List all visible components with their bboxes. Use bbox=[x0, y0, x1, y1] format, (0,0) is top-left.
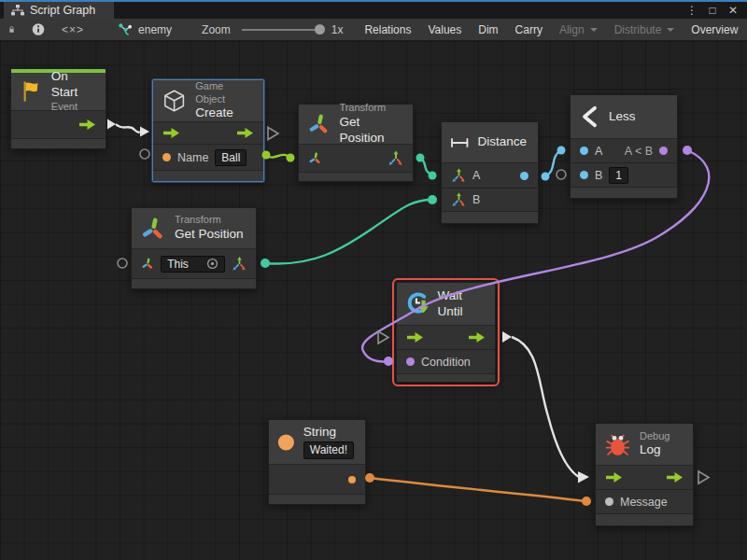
node-title: Create bbox=[195, 105, 252, 121]
tab-title: Script Graph bbox=[30, 4, 95, 17]
zoom-control: Zoom 1x bbox=[202, 19, 343, 40]
zoom-slider-handle[interactable] bbox=[315, 24, 325, 35]
connection-get-position-self-to-distance-b[interactable] bbox=[265, 200, 432, 264]
node-category: Debug bbox=[640, 430, 669, 443]
menu-kebab-icon[interactable]: ⋮ bbox=[684, 3, 700, 18]
relations-button[interactable]: Relations bbox=[356, 19, 419, 40]
port-dot-condition-input[interactable] bbox=[406, 357, 415, 366]
object-selector-icon[interactable] bbox=[206, 258, 218, 270]
vector3-output-icon[interactable] bbox=[232, 256, 247, 272]
control-input-arrow-icon[interactable] bbox=[406, 331, 424, 343]
control-output-arrow-icon[interactable] bbox=[666, 471, 684, 483]
node-footer bbox=[269, 495, 365, 504]
string-value-input[interactable]: Waited! bbox=[303, 441, 354, 459]
graph-name: enemy bbox=[138, 23, 172, 36]
node-distance[interactable]: Distance A B bbox=[441, 121, 539, 224]
control-output-arrow-icon[interactable] bbox=[468, 331, 486, 343]
node-title: Get Position bbox=[339, 115, 402, 147]
lock-button[interactable] bbox=[0, 19, 23, 40]
values-button[interactable]: Values bbox=[419, 19, 470, 40]
graph-canvas[interactable]: On Start Event Game Object Create bbox=[0, 41, 747, 560]
close-icon[interactable]: ✕ bbox=[725, 3, 741, 18]
target-object-input[interactable]: This bbox=[161, 256, 225, 273]
control-input-arrow-icon[interactable] bbox=[605, 471, 623, 483]
node-footer bbox=[11, 139, 106, 148]
zoom-label: Zoom bbox=[202, 23, 231, 36]
game-object-output-icon[interactable] bbox=[253, 150, 254, 165]
window-controls: ⋮ □ ✕ bbox=[684, 2, 747, 19]
port-label-b: B bbox=[472, 193, 480, 206]
unconnected-control-port-triangle[interactable] bbox=[268, 128, 278, 140]
info-button[interactable] bbox=[23, 19, 53, 40]
port-label-a: A bbox=[595, 145, 602, 158]
connection-endpoint bbox=[384, 357, 393, 366]
port-label-b: B bbox=[595, 169, 602, 182]
connection-on-start-to-create[interactable] bbox=[116, 124, 140, 133]
node-debug-log[interactable]: Debug Log Message bbox=[595, 423, 694, 526]
node-footer bbox=[299, 173, 413, 181]
string-icon bbox=[277, 431, 295, 454]
node-string-literal[interactable]: String Waited! bbox=[268, 419, 366, 505]
control-output-arrow-icon[interactable] bbox=[78, 119, 96, 131]
port-dot-result-output[interactable] bbox=[520, 172, 529, 180]
node-footer bbox=[596, 514, 693, 525]
unconnected-port-circle[interactable] bbox=[118, 259, 127, 268]
port-dot-message-input[interactable] bbox=[605, 497, 613, 506]
control-input-arrow-icon[interactable] bbox=[162, 127, 180, 139]
port-label-condition: Condition bbox=[421, 356, 471, 369]
unconnected-port-circle[interactable] bbox=[557, 170, 566, 179]
dim-button[interactable]: Dim bbox=[470, 19, 506, 40]
node-get-position-enemy[interactable]: Transform Get Position bbox=[298, 104, 414, 182]
cube-icon bbox=[162, 87, 187, 115]
connection-endpoint bbox=[683, 146, 692, 155]
connection-distance-to-less-a[interactable] bbox=[545, 150, 561, 176]
bug-icon bbox=[604, 431, 631, 458]
zoom-slider[interactable] bbox=[242, 29, 320, 31]
unconnected-control-port-triangle[interactable] bbox=[378, 331, 388, 343]
align-dropdown[interactable]: Align bbox=[551, 19, 606, 40]
port-dot-result-output[interactable] bbox=[659, 147, 668, 155]
port-dot-a-input[interactable] bbox=[580, 147, 588, 155]
node-title: Distance bbox=[477, 134, 527, 150]
node-less[interactable]: Less A A < B B 1 bbox=[570, 94, 678, 199]
unconnected-port-circle[interactable] bbox=[140, 149, 149, 159]
port-dot-b-input[interactable] bbox=[580, 171, 588, 179]
tab-script-graph[interactable]: Script Graph bbox=[4, 2, 114, 19]
overview-button[interactable]: Overview bbox=[683, 19, 746, 40]
vector3-output-icon[interactable] bbox=[388, 150, 403, 166]
connection-endpoint bbox=[287, 154, 295, 162]
connection-start-marker bbox=[107, 119, 116, 130]
connection-string-to-debug-log-message[interactable] bbox=[370, 478, 586, 501]
distribute-dropdown[interactable]: Distribute bbox=[606, 19, 684, 40]
node-footer bbox=[132, 279, 256, 288]
transform-input-icon[interactable] bbox=[141, 257, 154, 271]
chevron-down-icon bbox=[590, 28, 598, 32]
connection-endpoint bbox=[261, 259, 270, 268]
name-value-input[interactable]: Ball bbox=[215, 149, 247, 166]
connection-endpoint bbox=[428, 195, 437, 204]
transform-input-icon[interactable] bbox=[308, 151, 322, 165]
graph-breadcrumb[interactable]: enemy bbox=[113, 19, 177, 40]
connection-endpoint bbox=[542, 173, 550, 181]
carry-button[interactable]: Carry bbox=[507, 19, 551, 40]
control-output-arrow-icon[interactable] bbox=[236, 127, 254, 139]
connection-wait-until-to-debug-log[interactable] bbox=[512, 337, 579, 477]
port-dot-name-input[interactable] bbox=[162, 153, 171, 161]
node-title: Get Position bbox=[175, 227, 244, 243]
unconnected-control-port-triangle[interactable] bbox=[698, 471, 709, 483]
code-view-button[interactable]: <×> bbox=[53, 19, 92, 40]
port-dot-value-output[interactable] bbox=[348, 476, 356, 483]
node-create-game-object[interactable]: Game Object Create Name Ball bbox=[152, 79, 264, 182]
node-footer bbox=[571, 188, 677, 198]
maximize-icon[interactable]: □ bbox=[704, 3, 721, 18]
connection-endpoint bbox=[557, 147, 566, 155]
code-icon: <×> bbox=[62, 23, 84, 36]
node-title: String bbox=[303, 425, 354, 441]
connection-start-marker bbox=[502, 331, 512, 343]
b-value-input[interactable]: 1 bbox=[609, 167, 628, 184]
vector3-input-icon[interactable] bbox=[451, 168, 466, 183]
node-on-start-event[interactable]: On Start Event bbox=[10, 68, 106, 149]
node-get-position-self[interactable]: Transform Get Position This bbox=[131, 207, 257, 289]
node-category: Transform bbox=[175, 214, 244, 227]
vector3-input-icon[interactable] bbox=[451, 192, 466, 207]
